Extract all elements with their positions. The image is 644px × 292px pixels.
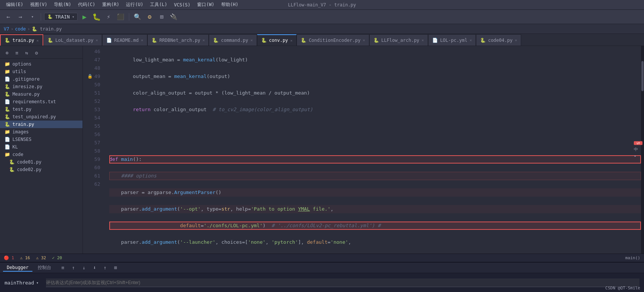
breadcrumb-v7[interactable]: V7 — [4, 26, 9, 32]
code-editor[interactable]: low_light_mean = mean_kernal(low_light) … — [106, 46, 641, 254]
tab-code04-close[interactable]: ✕ — [515, 38, 517, 42]
sidebar-item-lsenses[interactable]: 📄 LSENSES — [0, 136, 83, 143]
sidebar-item-imresize[interactable]: 🐍 imresize.py — [0, 83, 83, 90]
breadcrumb-sep1: › — [11, 26, 13, 32]
scrollbar-thumb[interactable] — [641, 61, 644, 91]
sidebar: ⊕ ≡ ⇆ ⚙ 📁 options 📁 utils 📄 .gitignore 🐍… — [0, 46, 83, 254]
tab-readme-label: README.md — [114, 38, 139, 43]
line-num-52: 52 — [83, 97, 100, 105]
menu-item-run[interactable]: 运行(U) — [123, 1, 146, 9]
sidebar-item-test-unpaired[interactable]: 🐍 test_unpaired.py — [0, 113, 83, 121]
sidebar-item-code[interactable]: 📁 code — [0, 151, 83, 158]
sidebar-item-requirements[interactable]: 📄 requirements.txt — [0, 98, 83, 105]
sidebar-train-label: train.py — [12, 122, 34, 127]
sidebar-sort-btn[interactable]: ≡ — [13, 49, 21, 57]
tab-readme[interactable]: 📄 README.md ✕ — [102, 34, 147, 46]
breadcrumb-file[interactable]: 🐍 train.py — [32, 26, 62, 32]
tab-lolpc-label: LOL-pc.yml — [440, 38, 467, 43]
menu-item-vcs[interactable]: VCS(S) — [171, 2, 193, 8]
sidebar-code02-label: code02.py — [17, 167, 41, 172]
right-indicators: S 中 • — [632, 139, 644, 160]
plugin-button[interactable]: 🔌 — [168, 12, 179, 22]
sidebar-item-gitignore[interactable]: 📄 .gitignore — [0, 75, 83, 83]
sidebar-item-images[interactable]: 📁 images — [0, 128, 83, 136]
forward-button[interactable]: → — [15, 12, 26, 22]
menu-item-window[interactable]: 窗口(W) — [194, 1, 217, 9]
menu-item-navigate[interactable]: 导航(N) — [51, 1, 74, 9]
sidebar-settings-btn[interactable]: ⚙ — [32, 49, 41, 57]
bottom-tool-5[interactable]: ↑ — [101, 264, 109, 272]
bottom-tool-4[interactable]: ⬇ — [90, 264, 99, 272]
bottom-tab-debugger[interactable]: Debugger — [3, 264, 32, 272]
bottom-tool-2[interactable]: ↑ — [69, 264, 78, 272]
search-button[interactable]: 🔍 — [132, 12, 143, 22]
menu-item-code[interactable]: 代码(C) — [75, 1, 98, 9]
tab-command-close[interactable]: ✕ — [251, 38, 253, 42]
sidebar-item-utils-label: utils — [12, 69, 26, 74]
menu-item-view[interactable]: 视图(V) — [27, 1, 50, 9]
sidebar-item-code01[interactable]: 🐍 code01.py — [0, 158, 83, 166]
line-num-46: 46 — [83, 47, 100, 56]
tab-command-icon: 🐍 — [213, 38, 219, 43]
tab-conv-label: conv.py — [269, 38, 288, 43]
folder-icon: 📁 — [5, 61, 10, 67]
bottom-tool-1[interactable]: ≡ — [59, 264, 67, 272]
debug-button[interactable]: 🐛 — [91, 12, 102, 22]
txt-icon-req: 📄 — [5, 99, 10, 104]
back-button[interactable]: ← — [3, 12, 14, 22]
layout-button[interactable]: ⊞ — [156, 12, 167, 22]
tab-command[interactable]: 🐍 command.py ✕ — [209, 34, 257, 46]
bottom-tab-console[interactable]: 控制台 — [34, 264, 55, 272]
tab-lol-close[interactable]: ✕ — [96, 38, 98, 42]
tab-rrdbnet[interactable]: 🐍 RRDBNet_arch.py ✕ — [147, 34, 209, 46]
sidebar-add-btn[interactable]: ⊕ — [3, 49, 11, 57]
sidebar-item-measure[interactable]: 🐍 Measure.py — [0, 90, 83, 98]
sidebar-item-options[interactable]: 📁 options — [0, 60, 83, 68]
tab-llflow-icon: 🐍 — [373, 38, 379, 43]
sidebar-item-code02[interactable]: 🐍 code02.py — [0, 166, 83, 173]
bottom-tool-6[interactable]: ⊞ — [112, 264, 120, 272]
tab-llflow-arch[interactable]: 🐍 LLFlow_arch.py ✕ — [369, 34, 428, 46]
menu-item-tools[interactable]: 工具(L) — [147, 1, 170, 9]
tab-train-py[interactable]: 🐍 train.py ✕ — [0, 34, 43, 46]
eval-input[interactable] — [46, 278, 639, 287]
file-icon-kl: 📄 — [5, 144, 10, 150]
tab-lolpc-close[interactable]: ✕ — [470, 38, 472, 42]
tab-train-close[interactable]: ✕ — [37, 38, 39, 43]
sidebar-item-test[interactable]: 🐍 test.py — [0, 105, 83, 113]
bottom-content: mainThread ▾ CSDN @QT-Smile — [0, 273, 644, 292]
sidebar-item-utils[interactable]: 📁 utils — [0, 68, 83, 75]
sidebar-item-train[interactable]: 🐍 train.py — [0, 121, 83, 128]
tab-cond-label: ConditionEncoder.py — [309, 38, 360, 43]
tab-llflow-close[interactable]: ✕ — [422, 38, 424, 42]
stop-button[interactable]: ⬛ — [115, 12, 126, 22]
run-button[interactable]: ▶ — [79, 12, 90, 22]
tab-conv-close[interactable]: ✕ — [290, 38, 292, 43]
tab-rrdbnet-close[interactable]: ✕ — [202, 38, 205, 42]
tab-code04[interactable]: 🐍 code04.py ✕ — [476, 34, 521, 46]
tab-cond-close[interactable]: ✕ — [363, 38, 365, 42]
bottom-tool-3[interactable]: ↓ — [80, 264, 88, 272]
py-icon-test: 🐍 — [5, 107, 10, 112]
menu-item-refactor[interactable]: 重构(R) — [99, 1, 122, 9]
tab-condition-encoder[interactable]: 🐍 ConditionEncoder.py ✕ — [297, 34, 369, 46]
tab-rrdbnet-label: RRDBNet_arch.py — [159, 38, 200, 43]
build-button[interactable]: ⚙ — [144, 12, 155, 22]
run-config-selector[interactable]: 🐍 TRAIN ▾ — [44, 13, 78, 21]
tab-conv[interactable]: 🐍 conv.py ✕ — [257, 34, 297, 46]
tab-lol-dataset[interactable]: 🐍 LoL_dataset.py ✕ — [43, 34, 102, 46]
tab-readme-close[interactable]: ✕ — [141, 38, 143, 42]
nav-history-button[interactable]: ▾ — [27, 12, 38, 22]
coverage-button[interactable]: ⚡ — [103, 12, 114, 22]
py-icon-testun: 🐍 — [5, 114, 10, 119]
tab-lol-pc[interactable]: 📄 LOL-pc.yml ✕ — [428, 34, 476, 46]
sidebar-imresize-label: imresize.py — [12, 84, 42, 89]
sidebar-collapse-btn[interactable]: ⇆ — [23, 49, 31, 57]
menu-item-edit[interactable]: 编辑(E) — [3, 1, 26, 9]
line-num-48: 48 — [83, 64, 100, 72]
breadcrumb-code[interactable]: code — [15, 26, 26, 32]
thread-selector[interactable]: mainThread ▾ — [5, 280, 38, 286]
file-icon-ls: 📄 — [5, 137, 10, 142]
sidebar-item-kl[interactable]: 📄 KL — [0, 143, 83, 151]
menu-item-help[interactable]: 帮助(H) — [218, 1, 242, 9]
